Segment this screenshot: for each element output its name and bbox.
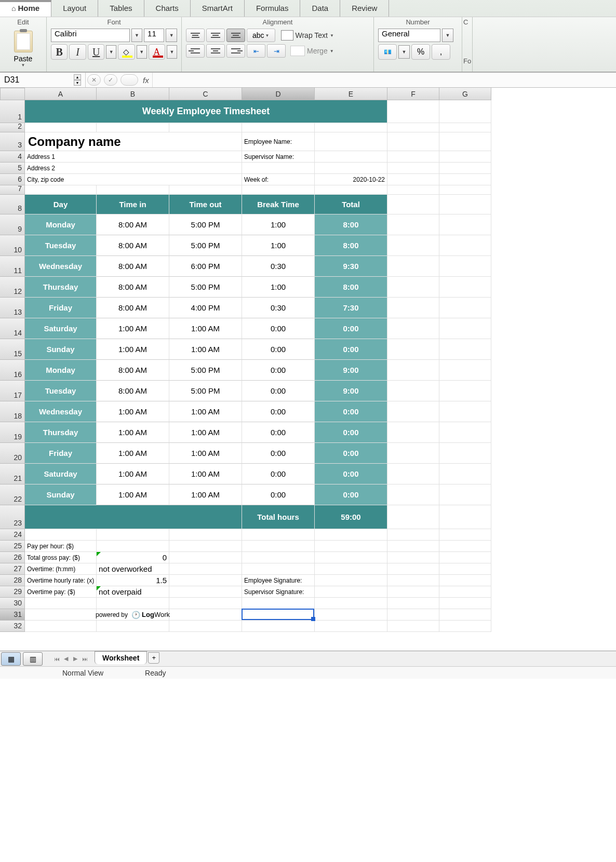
total-col[interactable]: 8:00 <box>315 235 387 256</box>
cell[interactable] <box>169 598 242 609</box>
page-layout-view-button[interactable]: ▥ <box>23 652 43 666</box>
cell[interactable] <box>315 575 387 586</box>
cell[interactable] <box>439 443 491 464</box>
table-header-0[interactable]: Day <box>25 195 97 214</box>
time-in[interactable]: 1:00 AM <box>97 339 169 360</box>
cell[interactable] <box>315 151 387 163</box>
cell[interactable] <box>387 256 439 277</box>
tab-charts[interactable]: Charts <box>144 0 191 17</box>
font-color-button[interactable]: A <box>149 44 165 60</box>
cell[interactable] <box>387 163 439 174</box>
cell[interactable] <box>97 529 169 541</box>
cell[interactable] <box>439 123 491 132</box>
cell[interactable] <box>439 575 491 586</box>
cell[interactable] <box>242 185 315 195</box>
underline-dropdown[interactable]: ▼ <box>106 45 116 59</box>
cell[interactable] <box>169 563 242 575</box>
break-time[interactable]: 0:00 <box>242 464 315 484</box>
cell[interactable] <box>242 563 315 575</box>
day-col[interactable]: Friday <box>25 443 97 464</box>
employee-name-label[interactable]: Employee Name: <box>242 132 315 151</box>
select-all-corner[interactable] <box>0 88 25 100</box>
row-header-5[interactable]: 5 <box>0 163 25 174</box>
cell[interactable] <box>387 174 439 185</box>
cell[interactable] <box>97 541 169 552</box>
cell[interactable] <box>25 185 97 195</box>
total-col[interactable]: 9:00 <box>315 381 387 401</box>
cell[interactable] <box>169 541 242 552</box>
overtime-value[interactable]: not overworked <box>97 563 169 575</box>
cell[interactable] <box>25 123 97 132</box>
last-sheet-button[interactable]: ⏭ <box>80 654 89 664</box>
cell[interactable] <box>25 609 97 621</box>
cell[interactable] <box>439 298 491 318</box>
cell[interactable] <box>387 401 439 422</box>
time-out[interactable]: 4:00 PM <box>169 298 242 318</box>
total-gross-value[interactable]: 0 <box>97 552 169 563</box>
font-size-dropdown[interactable]: ▼ <box>166 29 177 42</box>
cell[interactable] <box>97 185 169 195</box>
row-header-32[interactable]: 32 <box>0 621 25 632</box>
row-header-23[interactable]: 23 <box>0 505 25 529</box>
table-header-3[interactable]: Break Time <box>242 195 315 214</box>
column-header-F[interactable]: F <box>387 88 439 100</box>
cell[interactable] <box>439 151 491 163</box>
row-header-2[interactable]: 2 <box>0 123 25 132</box>
comma-button[interactable]: , <box>432 44 450 60</box>
total-col[interactable]: 0:00 <box>315 464 387 484</box>
name-box-stepper[interactable]: ▲▼ <box>74 74 81 86</box>
pay-per-hour-label[interactable]: Pay per hour: ($) <box>25 541 97 552</box>
cell[interactable] <box>439 586 491 598</box>
cell[interactable] <box>439 360 491 381</box>
total-col[interactable]: 0:00 <box>315 318 387 339</box>
total-gross-label[interactable]: Total gross pay: ($) <box>25 552 97 563</box>
row-header-28[interactable]: 28 <box>0 575 25 586</box>
cell[interactable] <box>387 185 439 195</box>
cell[interactable] <box>315 185 387 195</box>
cell[interactable] <box>97 598 169 609</box>
cell-d31[interactable] <box>242 609 315 621</box>
time-in[interactable]: 1:00 AM <box>97 422 169 443</box>
break-time[interactable]: 0:00 <box>242 339 315 360</box>
cell[interactable] <box>387 151 439 163</box>
row-header-17[interactable]: 17 <box>0 381 25 401</box>
tab-review[interactable]: Review <box>340 0 389 17</box>
cell[interactable] <box>439 256 491 277</box>
week-of-label[interactable]: Week of: <box>242 174 315 185</box>
cell[interactable] <box>387 214 439 235</box>
align-right[interactable] <box>226 44 245 58</box>
time-out[interactable]: 6:00 PM <box>169 256 242 277</box>
column-header-C[interactable]: C <box>169 88 242 100</box>
time-out[interactable]: 5:00 PM <box>169 360 242 381</box>
name-box[interactable]: D31 ▲▼ <box>0 73 86 87</box>
cell[interactable] <box>25 529 97 541</box>
cell[interactable] <box>387 318 439 339</box>
row-header-6[interactable]: 6 <box>0 174 25 185</box>
table-header-1[interactable]: Time in <box>97 195 169 214</box>
align-left[interactable] <box>186 44 205 58</box>
cell[interactable] <box>439 529 491 541</box>
time-out[interactable]: 5:00 PM <box>169 381 242 401</box>
break-time[interactable]: 0:00 <box>242 360 315 381</box>
cell[interactable] <box>387 298 439 318</box>
time-in[interactable]: 8:00 AM <box>97 214 169 235</box>
cancel-formula-button[interactable]: ✕ <box>87 74 101 86</box>
time-in[interactable]: 1:00 AM <box>97 401 169 422</box>
time-in[interactable]: 8:00 AM <box>97 277 169 298</box>
row-header-31[interactable]: 31 <box>0 609 25 621</box>
cell[interactable] <box>315 563 387 575</box>
cell[interactable] <box>387 529 439 541</box>
fill-color-dropdown[interactable]: ▼ <box>137 45 147 59</box>
time-in[interactable]: 8:00 AM <box>97 256 169 277</box>
time-out[interactable]: 1:00 AM <box>169 484 242 505</box>
cell[interactable] <box>97 123 169 132</box>
cell[interactable] <box>439 552 491 563</box>
row-header-12[interactable]: 12 <box>0 277 25 298</box>
cell[interactable] <box>387 621 439 632</box>
time-out[interactable]: 5:00 PM <box>169 277 242 298</box>
column-header-A[interactable]: A <box>25 88 97 100</box>
number-format-dropdown[interactable]: ▼ <box>442 29 453 42</box>
cell[interactable] <box>242 541 315 552</box>
row-header-24[interactable]: 24 <box>0 529 25 541</box>
percent-button[interactable]: % <box>411 44 430 60</box>
